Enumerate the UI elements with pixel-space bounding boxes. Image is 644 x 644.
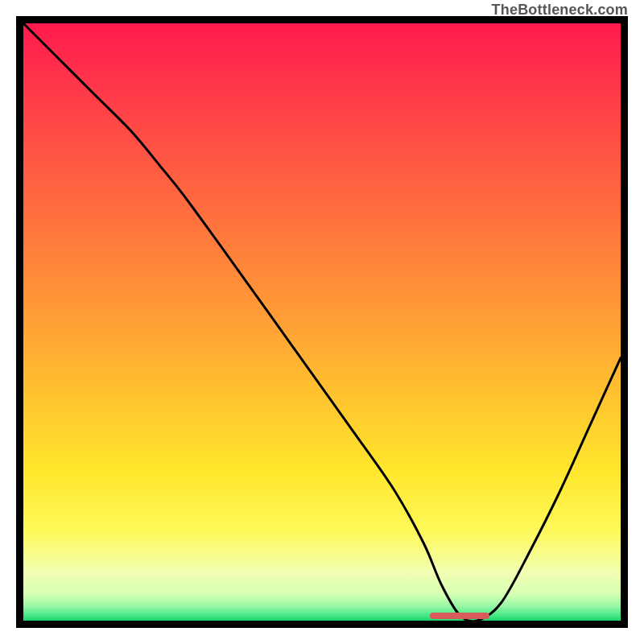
svg-rect-0: [23, 23, 621, 621]
chart-container: TheBottleneck.com: [0, 0, 644, 644]
optimal-range-marker: [430, 613, 489, 619]
gradient-background: [23, 23, 621, 621]
plot-area: [16, 16, 628, 628]
